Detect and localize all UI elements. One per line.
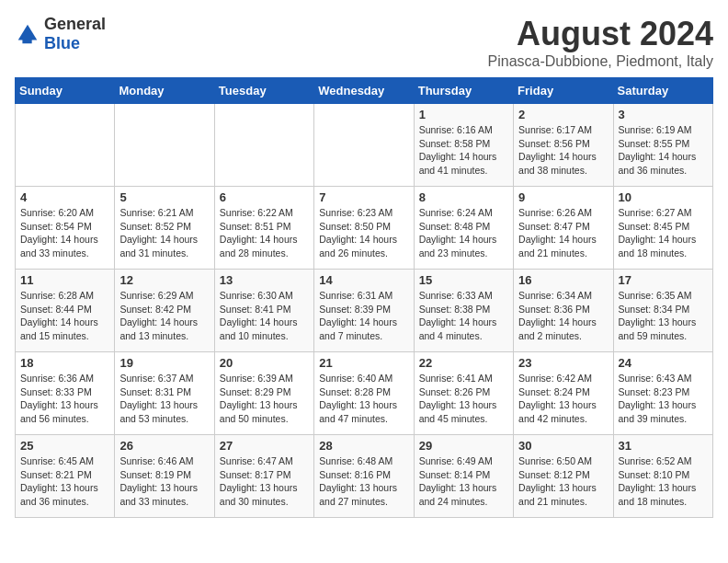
calendar-cell: 4Sunrise: 6:20 AMSunset: 8:54 PMDaylight… bbox=[16, 187, 115, 270]
svg-marker-1 bbox=[22, 35, 31, 43]
day-header-monday: Monday bbox=[115, 78, 214, 104]
calendar-cell: 7Sunrise: 6:23 AMSunset: 8:50 PMDaylight… bbox=[314, 187, 414, 270]
day-info: Sunrise: 6:39 AMSunset: 8:29 PMDaylight:… bbox=[220, 372, 309, 426]
calendar-cell: 10Sunrise: 6:27 AMSunset: 8:45 PMDayligh… bbox=[613, 187, 712, 270]
calendar-cell bbox=[214, 104, 313, 187]
calendar-header-row: SundayMondayTuesdayWednesdayThursdayFrid… bbox=[16, 78, 713, 104]
day-info: Sunrise: 6:36 AMSunset: 8:33 PMDaylight:… bbox=[20, 372, 109, 426]
day-info: Sunrise: 6:29 AMSunset: 8:42 PMDaylight:… bbox=[119, 289, 209, 343]
calendar-cell: 1Sunrise: 6:16 AMSunset: 8:58 PMDaylight… bbox=[414, 104, 513, 187]
day-number: 24 bbox=[619, 356, 708, 370]
day-number: 25 bbox=[20, 439, 109, 453]
calendar-title: August 2024 bbox=[488, 15, 713, 53]
day-number: 20 bbox=[220, 356, 309, 370]
day-number: 4 bbox=[20, 190, 109, 204]
calendar-cell bbox=[16, 104, 115, 187]
calendar-cell: 3Sunrise: 6:19 AMSunset: 8:55 PMDaylight… bbox=[613, 104, 712, 187]
calendar-cell: 19Sunrise: 6:37 AMSunset: 8:31 PMDayligh… bbox=[115, 352, 214, 435]
calendar-cell: 14Sunrise: 6:31 AMSunset: 8:39 PMDayligh… bbox=[314, 270, 414, 352]
day-number: 15 bbox=[419, 273, 508, 287]
day-number: 21 bbox=[319, 356, 408, 370]
logo: General Blue bbox=[15, 15, 106, 53]
day-info: Sunrise: 6:42 AMSunset: 8:24 PMDaylight:… bbox=[518, 372, 608, 426]
day-number: 30 bbox=[518, 439, 608, 453]
day-number: 1 bbox=[419, 108, 508, 121]
calendar-cell: 13Sunrise: 6:30 AMSunset: 8:41 PMDayligh… bbox=[214, 270, 313, 352]
calendar-cell: 12Sunrise: 6:29 AMSunset: 8:42 PMDayligh… bbox=[115, 270, 214, 352]
calendar-cell: 11Sunrise: 6:28 AMSunset: 8:44 PMDayligh… bbox=[16, 270, 115, 352]
calendar-cell: 26Sunrise: 6:46 AMSunset: 8:19 PMDayligh… bbox=[115, 435, 214, 518]
calendar-cell bbox=[115, 104, 214, 187]
calendar-cell: 16Sunrise: 6:34 AMSunset: 8:36 PMDayligh… bbox=[514, 270, 613, 352]
calendar-cell: 25Sunrise: 6:45 AMSunset: 8:21 PMDayligh… bbox=[16, 435, 115, 518]
day-header-friday: Friday bbox=[514, 78, 613, 104]
calendar-cell: 6Sunrise: 6:22 AMSunset: 8:51 PMDaylight… bbox=[214, 187, 313, 270]
calendar-table: SundayMondayTuesdayWednesdayThursdayFrid… bbox=[15, 77, 713, 518]
calendar-cell: 20Sunrise: 6:39 AMSunset: 8:29 PMDayligh… bbox=[214, 352, 313, 435]
day-number: 28 bbox=[319, 439, 408, 453]
day-info: Sunrise: 6:27 AMSunset: 8:45 PMDaylight:… bbox=[619, 206, 708, 260]
day-number: 12 bbox=[119, 273, 209, 287]
day-number: 6 bbox=[220, 190, 309, 204]
calendar-cell: 5Sunrise: 6:21 AMSunset: 8:52 PMDaylight… bbox=[115, 187, 214, 270]
day-info: Sunrise: 6:19 AMSunset: 8:55 PMDaylight:… bbox=[619, 123, 708, 178]
day-number: 7 bbox=[319, 190, 408, 204]
day-info: Sunrise: 6:28 AMSunset: 8:44 PMDaylight:… bbox=[20, 289, 109, 343]
calendar-cell: 8Sunrise: 6:24 AMSunset: 8:48 PMDaylight… bbox=[414, 187, 513, 270]
day-number: 10 bbox=[619, 190, 708, 204]
day-info: Sunrise: 6:26 AMSunset: 8:47 PMDaylight:… bbox=[518, 206, 608, 260]
day-info: Sunrise: 6:31 AMSunset: 8:39 PMDaylight:… bbox=[319, 289, 408, 343]
day-info: Sunrise: 6:24 AMSunset: 8:48 PMDaylight:… bbox=[419, 206, 508, 260]
day-info: Sunrise: 6:17 AMSunset: 8:56 PMDaylight:… bbox=[518, 123, 608, 178]
calendar-cell: 15Sunrise: 6:33 AMSunset: 8:38 PMDayligh… bbox=[414, 270, 513, 352]
day-number: 9 bbox=[518, 190, 608, 204]
calendar-cell: 22Sunrise: 6:41 AMSunset: 8:26 PMDayligh… bbox=[414, 352, 513, 435]
calendar-subtitle: Pinasca-Dubbione, Piedmont, Italy bbox=[488, 53, 713, 70]
title-area: August 2024 Pinasca-Dubbione, Piedmont, … bbox=[488, 15, 713, 70]
calendar-cell: 28Sunrise: 6:48 AMSunset: 8:16 PMDayligh… bbox=[314, 435, 414, 518]
day-number: 22 bbox=[419, 356, 508, 370]
logo-general: General bbox=[44, 15, 106, 33]
day-info: Sunrise: 6:45 AMSunset: 8:21 PMDaylight:… bbox=[20, 454, 109, 509]
calendar-body: 1Sunrise: 6:16 AMSunset: 8:58 PMDaylight… bbox=[16, 104, 713, 518]
day-info: Sunrise: 6:22 AMSunset: 8:51 PMDaylight:… bbox=[220, 206, 309, 260]
day-number: 19 bbox=[119, 356, 209, 370]
day-info: Sunrise: 6:43 AMSunset: 8:23 PMDaylight:… bbox=[619, 372, 708, 426]
day-number: 3 bbox=[619, 108, 708, 121]
day-header-sunday: Sunday bbox=[16, 78, 115, 104]
calendar-week-2: 4Sunrise: 6:20 AMSunset: 8:54 PMDaylight… bbox=[16, 187, 713, 270]
day-info: Sunrise: 6:35 AMSunset: 8:34 PMDaylight:… bbox=[619, 289, 708, 343]
calendar-cell: 29Sunrise: 6:49 AMSunset: 8:14 PMDayligh… bbox=[414, 435, 513, 518]
day-info: Sunrise: 6:33 AMSunset: 8:38 PMDaylight:… bbox=[419, 289, 508, 343]
calendar-week-4: 18Sunrise: 6:36 AMSunset: 8:33 PMDayligh… bbox=[16, 352, 713, 435]
calendar-cell: 23Sunrise: 6:42 AMSunset: 8:24 PMDayligh… bbox=[514, 352, 613, 435]
calendar-week-3: 11Sunrise: 6:28 AMSunset: 8:44 PMDayligh… bbox=[16, 270, 713, 352]
calendar-cell: 27Sunrise: 6:47 AMSunset: 8:17 PMDayligh… bbox=[214, 435, 313, 518]
day-info: Sunrise: 6:49 AMSunset: 8:14 PMDaylight:… bbox=[419, 454, 508, 509]
calendar-cell: 31Sunrise: 6:52 AMSunset: 8:10 PMDayligh… bbox=[613, 435, 712, 518]
calendar-cell: 24Sunrise: 6:43 AMSunset: 8:23 PMDayligh… bbox=[613, 352, 712, 435]
calendar-cell: 17Sunrise: 6:35 AMSunset: 8:34 PMDayligh… bbox=[613, 270, 712, 352]
logo-icon bbox=[15, 21, 40, 47]
day-number: 26 bbox=[119, 439, 209, 453]
day-number: 18 bbox=[20, 356, 109, 370]
calendar-cell: 9Sunrise: 6:26 AMSunset: 8:47 PMDaylight… bbox=[514, 187, 613, 270]
day-number: 5 bbox=[119, 190, 209, 204]
day-header-thursday: Thursday bbox=[414, 78, 513, 104]
day-number: 17 bbox=[619, 273, 708, 287]
day-info: Sunrise: 6:23 AMSunset: 8:50 PMDaylight:… bbox=[319, 206, 408, 260]
day-info: Sunrise: 6:40 AMSunset: 8:28 PMDaylight:… bbox=[319, 372, 408, 426]
day-info: Sunrise: 6:34 AMSunset: 8:36 PMDaylight:… bbox=[518, 289, 608, 343]
day-number: 2 bbox=[518, 108, 608, 121]
day-info: Sunrise: 6:48 AMSunset: 8:16 PMDaylight:… bbox=[319, 454, 408, 509]
day-info: Sunrise: 6:50 AMSunset: 8:12 PMDaylight:… bbox=[518, 454, 608, 509]
day-info: Sunrise: 6:16 AMSunset: 8:58 PMDaylight:… bbox=[419, 123, 508, 178]
day-number: 27 bbox=[220, 439, 309, 453]
day-info: Sunrise: 6:41 AMSunset: 8:26 PMDaylight:… bbox=[419, 372, 508, 426]
day-info: Sunrise: 6:21 AMSunset: 8:52 PMDaylight:… bbox=[119, 206, 209, 260]
calendar-cell: 21Sunrise: 6:40 AMSunset: 8:28 PMDayligh… bbox=[314, 352, 414, 435]
calendar-week-1: 1Sunrise: 6:16 AMSunset: 8:58 PMDaylight… bbox=[16, 104, 713, 187]
calendar-cell: 18Sunrise: 6:36 AMSunset: 8:33 PMDayligh… bbox=[16, 352, 115, 435]
calendar-cell: 30Sunrise: 6:50 AMSunset: 8:12 PMDayligh… bbox=[514, 435, 613, 518]
day-number: 31 bbox=[619, 439, 708, 453]
